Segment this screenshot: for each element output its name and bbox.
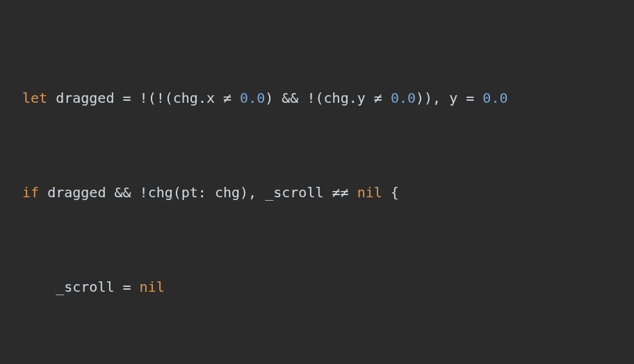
code-text: )), y = (416, 90, 482, 106)
code-editor[interactable]: let dragged = !(!(chg.x ≠ 0.0) && !(chg.… (0, 0, 634, 364)
code-text (231, 90, 240, 106)
code-text: dragged && !chg(pt: chg), _scroll (39, 184, 332, 201)
code-text: && (282, 90, 307, 106)
code-text (382, 90, 391, 106)
code-text: { (382, 184, 399, 201)
number-literal: 0.0 (391, 90, 416, 106)
number-literal: 0.0 (240, 90, 265, 106)
code-text: ) (265, 90, 282, 106)
code-line[interactable]: if dragged && !chg(pt: chg), _scroll ≠≠ … (0, 181, 634, 204)
keyword-if: if (22, 184, 39, 201)
code-text: _scroll = (56, 279, 139, 295)
code-text: !( (307, 90, 323, 106)
keyword-nil: nil (357, 184, 382, 201)
code-text: chg.y (324, 90, 374, 106)
code-text: chg.x (173, 90, 223, 106)
neq-operator: ≠ (223, 90, 231, 106)
indent (22, 279, 56, 295)
code-text: dragged (47, 90, 122, 106)
code-line[interactable]: let dragged = !(!(chg.x ≠ 0.0) && !(chg.… (0, 86, 634, 110)
code-text (349, 184, 357, 201)
code-text: = (123, 90, 140, 106)
number-literal: 0.0 (482, 90, 507, 106)
code-text: !(!( (140, 90, 173, 106)
keyword-let: let (22, 90, 47, 106)
code-line[interactable]: _scroll = nil (0, 275, 634, 299)
neq-operator: ≠ (374, 90, 382, 106)
neq-strike-operator: ≠≠ (332, 184, 349, 201)
keyword-nil: nil (140, 279, 165, 295)
